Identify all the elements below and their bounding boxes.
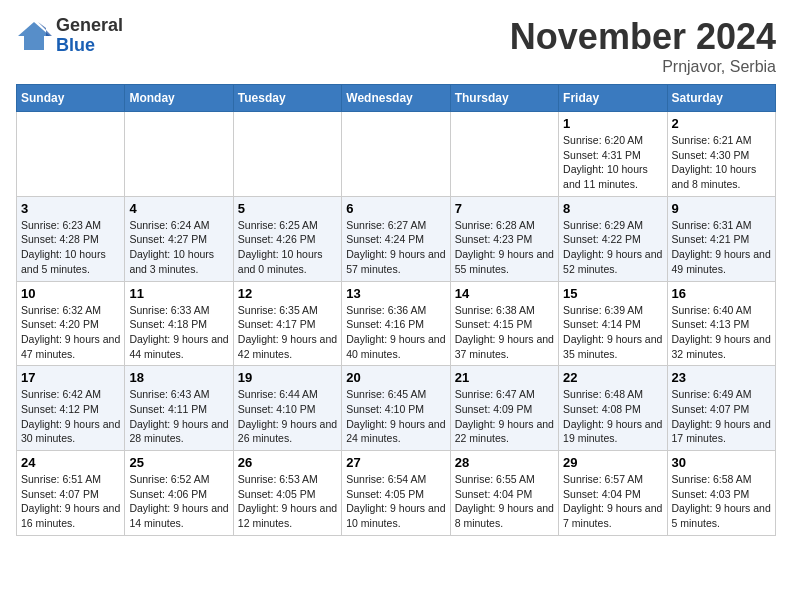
day-number: 3 <box>21 201 120 216</box>
calendar-cell: 16Sunrise: 6:40 AM Sunset: 4:13 PM Dayli… <box>667 281 775 366</box>
calendar-week-5: 24Sunrise: 6:51 AM Sunset: 4:07 PM Dayli… <box>17 451 776 536</box>
month-title: November 2024 <box>510 16 776 58</box>
day-number: 7 <box>455 201 554 216</box>
calendar-cell: 13Sunrise: 6:36 AM Sunset: 4:16 PM Dayli… <box>342 281 450 366</box>
day-number: 11 <box>129 286 228 301</box>
day-number: 22 <box>563 370 662 385</box>
calendar-cell: 25Sunrise: 6:52 AM Sunset: 4:06 PM Dayli… <box>125 451 233 536</box>
calendar-week-4: 17Sunrise: 6:42 AM Sunset: 4:12 PM Dayli… <box>17 366 776 451</box>
calendar-cell: 14Sunrise: 6:38 AM Sunset: 4:15 PM Dayli… <box>450 281 558 366</box>
logo-text: General Blue <box>56 16 123 56</box>
title-area: November 2024 Prnjavor, Serbia <box>510 16 776 76</box>
day-info: Sunrise: 6:42 AM Sunset: 4:12 PM Dayligh… <box>21 387 120 446</box>
day-info: Sunrise: 6:43 AM Sunset: 4:11 PM Dayligh… <box>129 387 228 446</box>
calendar-cell: 4Sunrise: 6:24 AM Sunset: 4:27 PM Daylig… <box>125 196 233 281</box>
header-row: Sunday Monday Tuesday Wednesday Thursday… <box>17 85 776 112</box>
day-number: 27 <box>346 455 445 470</box>
calendar-cell: 12Sunrise: 6:35 AM Sunset: 4:17 PM Dayli… <box>233 281 341 366</box>
day-info: Sunrise: 6:55 AM Sunset: 4:04 PM Dayligh… <box>455 472 554 531</box>
day-number: 13 <box>346 286 445 301</box>
day-info: Sunrise: 6:29 AM Sunset: 4:22 PM Dayligh… <box>563 218 662 277</box>
calendar-cell <box>17 112 125 197</box>
logo: General Blue <box>16 16 123 56</box>
day-info: Sunrise: 6:58 AM Sunset: 4:03 PM Dayligh… <box>672 472 771 531</box>
calendar-cell: 5Sunrise: 6:25 AM Sunset: 4:26 PM Daylig… <box>233 196 341 281</box>
day-number: 24 <box>21 455 120 470</box>
day-info: Sunrise: 6:39 AM Sunset: 4:14 PM Dayligh… <box>563 303 662 362</box>
calendar-cell: 29Sunrise: 6:57 AM Sunset: 4:04 PM Dayli… <box>559 451 667 536</box>
day-info: Sunrise: 6:53 AM Sunset: 4:05 PM Dayligh… <box>238 472 337 531</box>
calendar-cell: 8Sunrise: 6:29 AM Sunset: 4:22 PM Daylig… <box>559 196 667 281</box>
calendar-cell: 11Sunrise: 6:33 AM Sunset: 4:18 PM Dayli… <box>125 281 233 366</box>
day-number: 14 <box>455 286 554 301</box>
calendar-cell: 20Sunrise: 6:45 AM Sunset: 4:10 PM Dayli… <box>342 366 450 451</box>
day-info: Sunrise: 6:49 AM Sunset: 4:07 PM Dayligh… <box>672 387 771 446</box>
col-friday: Friday <box>559 85 667 112</box>
day-number: 2 <box>672 116 771 131</box>
day-number: 5 <box>238 201 337 216</box>
day-info: Sunrise: 6:20 AM Sunset: 4:31 PM Dayligh… <box>563 133 662 192</box>
day-info: Sunrise: 6:25 AM Sunset: 4:26 PM Dayligh… <box>238 218 337 277</box>
day-info: Sunrise: 6:21 AM Sunset: 4:30 PM Dayligh… <box>672 133 771 192</box>
calendar-cell: 10Sunrise: 6:32 AM Sunset: 4:20 PM Dayli… <box>17 281 125 366</box>
col-thursday: Thursday <box>450 85 558 112</box>
calendar-table: Sunday Monday Tuesday Wednesday Thursday… <box>16 84 776 536</box>
calendar-cell <box>450 112 558 197</box>
day-number: 10 <box>21 286 120 301</box>
day-number: 30 <box>672 455 771 470</box>
logo-general-text: General <box>56 16 123 36</box>
day-info: Sunrise: 6:47 AM Sunset: 4:09 PM Dayligh… <box>455 387 554 446</box>
calendar-cell: 1Sunrise: 6:20 AM Sunset: 4:31 PM Daylig… <box>559 112 667 197</box>
calendar-cell: 7Sunrise: 6:28 AM Sunset: 4:23 PM Daylig… <box>450 196 558 281</box>
calendar-cell <box>342 112 450 197</box>
header: General Blue November 2024 Prnjavor, Ser… <box>16 16 776 76</box>
day-info: Sunrise: 6:45 AM Sunset: 4:10 PM Dayligh… <box>346 387 445 446</box>
day-info: Sunrise: 6:28 AM Sunset: 4:23 PM Dayligh… <box>455 218 554 277</box>
col-tuesday: Tuesday <box>233 85 341 112</box>
logo-icon <box>16 18 52 54</box>
day-number: 12 <box>238 286 337 301</box>
col-saturday: Saturday <box>667 85 775 112</box>
calendar-cell: 24Sunrise: 6:51 AM Sunset: 4:07 PM Dayli… <box>17 451 125 536</box>
day-number: 19 <box>238 370 337 385</box>
day-number: 17 <box>21 370 120 385</box>
day-number: 1 <box>563 116 662 131</box>
day-info: Sunrise: 6:35 AM Sunset: 4:17 PM Dayligh… <box>238 303 337 362</box>
calendar-cell <box>233 112 341 197</box>
day-info: Sunrise: 6:40 AM Sunset: 4:13 PM Dayligh… <box>672 303 771 362</box>
col-monday: Monday <box>125 85 233 112</box>
day-info: Sunrise: 6:48 AM Sunset: 4:08 PM Dayligh… <box>563 387 662 446</box>
day-info: Sunrise: 6:52 AM Sunset: 4:06 PM Dayligh… <box>129 472 228 531</box>
calendar-cell: 9Sunrise: 6:31 AM Sunset: 4:21 PM Daylig… <box>667 196 775 281</box>
day-info: Sunrise: 6:33 AM Sunset: 4:18 PM Dayligh… <box>129 303 228 362</box>
calendar-cell: 22Sunrise: 6:48 AM Sunset: 4:08 PM Dayli… <box>559 366 667 451</box>
calendar-week-3: 10Sunrise: 6:32 AM Sunset: 4:20 PM Dayli… <box>17 281 776 366</box>
day-info: Sunrise: 6:31 AM Sunset: 4:21 PM Dayligh… <box>672 218 771 277</box>
calendar-cell: 26Sunrise: 6:53 AM Sunset: 4:05 PM Dayli… <box>233 451 341 536</box>
day-info: Sunrise: 6:23 AM Sunset: 4:28 PM Dayligh… <box>21 218 120 277</box>
day-info: Sunrise: 6:44 AM Sunset: 4:10 PM Dayligh… <box>238 387 337 446</box>
calendar-cell: 6Sunrise: 6:27 AM Sunset: 4:24 PM Daylig… <box>342 196 450 281</box>
calendar-cell: 15Sunrise: 6:39 AM Sunset: 4:14 PM Dayli… <box>559 281 667 366</box>
day-number: 9 <box>672 201 771 216</box>
day-number: 21 <box>455 370 554 385</box>
calendar-cell: 27Sunrise: 6:54 AM Sunset: 4:05 PM Dayli… <box>342 451 450 536</box>
col-wednesday: Wednesday <box>342 85 450 112</box>
calendar-cell: 17Sunrise: 6:42 AM Sunset: 4:12 PM Dayli… <box>17 366 125 451</box>
day-number: 15 <box>563 286 662 301</box>
location: Prnjavor, Serbia <box>510 58 776 76</box>
day-number: 18 <box>129 370 228 385</box>
calendar-week-2: 3Sunrise: 6:23 AM Sunset: 4:28 PM Daylig… <box>17 196 776 281</box>
calendar-cell: 2Sunrise: 6:21 AM Sunset: 4:30 PM Daylig… <box>667 112 775 197</box>
day-number: 6 <box>346 201 445 216</box>
day-number: 26 <box>238 455 337 470</box>
calendar-week-1: 1Sunrise: 6:20 AM Sunset: 4:31 PM Daylig… <box>17 112 776 197</box>
day-info: Sunrise: 6:54 AM Sunset: 4:05 PM Dayligh… <box>346 472 445 531</box>
day-number: 29 <box>563 455 662 470</box>
day-number: 20 <box>346 370 445 385</box>
day-info: Sunrise: 6:36 AM Sunset: 4:16 PM Dayligh… <box>346 303 445 362</box>
day-info: Sunrise: 6:57 AM Sunset: 4:04 PM Dayligh… <box>563 472 662 531</box>
logo-blue-text: Blue <box>56 36 123 56</box>
calendar-cell: 21Sunrise: 6:47 AM Sunset: 4:09 PM Dayli… <box>450 366 558 451</box>
col-sunday: Sunday <box>17 85 125 112</box>
